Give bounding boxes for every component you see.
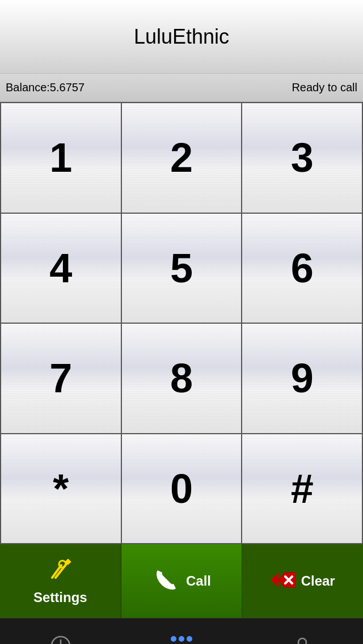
bottom-nav: Call History NumPad Contacts bbox=[0, 618, 363, 644]
action-bar: Settings Call bbox=[0, 544, 363, 618]
key-0[interactable]: 0 bbox=[122, 434, 243, 545]
balance-display: Balance:5.6757 bbox=[6, 81, 85, 94]
call-row: Call bbox=[152, 566, 211, 596]
clear-icon bbox=[271, 570, 296, 592]
clear-label: Clear bbox=[301, 573, 335, 589]
nav-contacts[interactable]: Contacts bbox=[242, 618, 363, 644]
call-button[interactable]: Call bbox=[121, 544, 243, 618]
app-header: LuluEthnic bbox=[0, 0, 363, 74]
key-1[interactable]: 1 bbox=[1, 103, 122, 214]
key-*[interactable]: * bbox=[1, 434, 122, 545]
key-2[interactable]: 2 bbox=[122, 103, 243, 214]
svg-marker-4 bbox=[278, 573, 296, 587]
numpad-icon bbox=[171, 636, 192, 645]
clear-row: Clear bbox=[271, 570, 335, 592]
key-8[interactable]: 8 bbox=[122, 324, 243, 434]
key-5[interactable]: 5 bbox=[122, 214, 243, 324]
keypad-grid: 123456789*0# bbox=[0, 102, 363, 544]
settings-label: Settings bbox=[33, 590, 87, 605]
key-7[interactable]: 7 bbox=[1, 324, 122, 434]
contacts-icon bbox=[291, 634, 314, 645]
status-bar: Balance:5.6757 Ready to call bbox=[0, 74, 363, 102]
call-phone-icon bbox=[152, 566, 180, 596]
clear-button[interactable]: Clear bbox=[242, 544, 363, 618]
key-3[interactable]: 3 bbox=[242, 103, 363, 214]
settings-icon bbox=[48, 557, 73, 587]
settings-button[interactable]: Settings bbox=[0, 544, 121, 618]
svg-marker-7 bbox=[271, 573, 278, 587]
call-history-icon bbox=[49, 634, 72, 645]
key-4[interactable]: 4 bbox=[1, 214, 122, 324]
nav-call-history[interactable]: Call History bbox=[0, 618, 121, 644]
call-status: Ready to call bbox=[292, 81, 357, 94]
call-label: Call bbox=[186, 573, 211, 589]
key-6[interactable]: 6 bbox=[242, 214, 363, 324]
svg-point-11 bbox=[298, 638, 306, 645]
nav-numpad[interactable]: NumPad bbox=[121, 618, 242, 644]
key-#[interactable]: # bbox=[242, 434, 363, 545]
app-title: LuluEthnic bbox=[134, 25, 229, 49]
key-9[interactable]: 9 bbox=[242, 324, 363, 434]
